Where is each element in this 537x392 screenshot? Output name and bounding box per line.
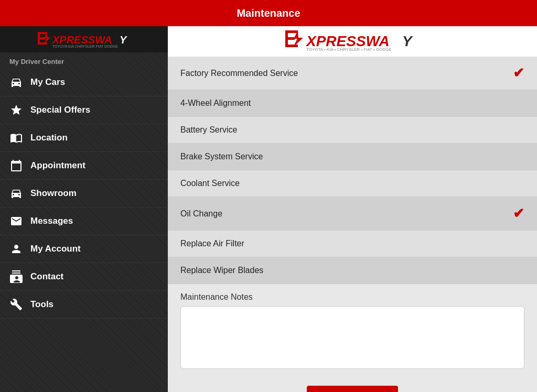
calendar-icon xyxy=(9,159,23,172)
svg-rect-11 xyxy=(285,45,298,47)
page-header: Maintenance xyxy=(0,0,537,26)
sidebar-logo-bar: XPRESSWA Y TOYOTA KIA CHRYSLER FIAT DODG… xyxy=(0,26,168,52)
tools-icon xyxy=(9,298,23,311)
continue-button[interactable]: Continue xyxy=(307,386,398,392)
maintenance-item-label: Battery Service xyxy=(180,125,237,135)
sidebar-item-messages-label: Messages xyxy=(30,216,73,226)
maintenance-item-label: Factory Recommended Service xyxy=(180,69,298,78)
sidebar-item-tools-label: Tools xyxy=(30,299,53,310)
sidebar-item-location-label: Location xyxy=(30,133,68,143)
checkmark-icon: ✔ xyxy=(513,205,524,222)
continue-section: Continue xyxy=(168,379,537,392)
sidebar-item-messages[interactable]: Messages xyxy=(0,208,168,235)
sidebar-item-showroom-label: Showroom xyxy=(30,188,77,199)
maintenance-item-label: Replace Wiper Blades xyxy=(180,266,263,275)
svg-rect-10 xyxy=(285,37,295,40)
person-icon xyxy=(9,242,23,256)
maintenance-item-4[interactable]: Coolant Service xyxy=(168,170,537,197)
maintenance-item-0[interactable]: Factory Recommended Service✔ xyxy=(168,57,537,90)
maintenance-item-label: 4-Wheel Alignment xyxy=(180,99,251,108)
sidebar-item-my-cars-label: My Cars xyxy=(30,77,65,88)
sidebar-item-appointment[interactable]: Appointment xyxy=(0,152,168,180)
sidebar: XPRESSWA Y TOYOTA KIA CHRYSLER FIAT DODG… xyxy=(0,26,168,392)
star-icon xyxy=(9,103,23,117)
sidebar-item-contact[interactable]: Contact xyxy=(0,263,168,291)
svg-rect-9 xyxy=(285,30,298,33)
sidebar-item-my-account-label: My Account xyxy=(30,244,81,254)
maintenance-item-1[interactable]: 4-Wheel Alignment xyxy=(168,90,537,117)
sidebar-item-tools[interactable]: Tools xyxy=(0,291,168,319)
book-icon xyxy=(9,131,23,145)
checkmark-icon: ✔ xyxy=(513,65,524,81)
expressway-logo-svg: XPRESSWA Y TOYOTA KIA CHRYSLER FIAT DODG… xyxy=(37,29,131,48)
sidebar-logo: XPRESSWA Y TOYOTA KIA CHRYSLER FIAT DODG… xyxy=(37,29,131,50)
svg-rect-2 xyxy=(38,37,45,39)
sidebar-item-contact-label: Contact xyxy=(30,271,63,282)
notes-textarea[interactable] xyxy=(180,306,524,369)
sidebar-item-showroom[interactable]: Showroom xyxy=(0,180,168,208)
maintenance-item-label: Replace Air Filter xyxy=(180,239,244,248)
sidebar-navigation: My Cars Special Offers Location Appointm… xyxy=(0,69,168,319)
svg-text:Y: Y xyxy=(402,33,413,49)
maintenance-item-label: Oil Change xyxy=(180,209,222,219)
header-title: Maintenance xyxy=(237,7,300,19)
notes-label: Maintenance Notes xyxy=(180,292,524,302)
content-logo-svg: XPRESSWA Y TOYOTA • KIA • CHRYSLER • FIA… xyxy=(284,26,421,51)
maintenance-item-label: Brake System Service xyxy=(180,152,263,161)
maintenance-item-7[interactable]: Replace Wiper Blades xyxy=(168,257,537,284)
main-content: XPRESSWA Y TOYOTA • KIA • CHRYSLER • FIA… xyxy=(168,26,537,392)
notes-section: Maintenance Notes xyxy=(168,284,537,379)
svg-rect-3 xyxy=(38,42,47,45)
sidebar-item-special-offers[interactable]: Special Offers xyxy=(0,96,168,124)
sidebar-item-my-account[interactable]: My Account xyxy=(0,235,168,263)
svg-text:XPRESSWA: XPRESSWA xyxy=(52,34,112,46)
maintenance-item-3[interactable]: Brake System Service xyxy=(168,144,537,170)
svg-text:Y: Y xyxy=(120,34,127,46)
main-layout: XPRESSWA Y TOYOTA KIA CHRYSLER FIAT DODG… xyxy=(0,26,537,392)
maintenance-item-5[interactable]: Oil Change✔ xyxy=(168,197,537,231)
showroom-icon xyxy=(9,187,23,200)
maintenance-list: Factory Recommended Service✔4-Wheel Alig… xyxy=(168,57,537,284)
maintenance-item-6[interactable]: Replace Air Filter xyxy=(168,231,537,257)
svg-text:TOYOTA  KIA  CHRYSLER  FIAT  D: TOYOTA KIA CHRYSLER FIAT DODGE xyxy=(52,45,118,48)
sidebar-section-label: My Driver Center xyxy=(0,52,168,69)
car-icon xyxy=(9,75,23,89)
sidebar-item-my-cars[interactable]: My Cars xyxy=(0,69,168,96)
sidebar-item-location[interactable]: Location xyxy=(0,124,168,152)
maintenance-item-2[interactable]: Battery Service xyxy=(168,117,537,144)
sidebar-item-special-offers-label: Special Offers xyxy=(30,105,90,115)
svg-rect-1 xyxy=(38,32,47,34)
contact-icon xyxy=(9,270,23,284)
svg-text:TOYOTA  •  KIA  •  CHRYSLER  •: TOYOTA • KIA • CHRYSLER • FIAT • DODGE xyxy=(306,47,392,51)
maintenance-item-label: Coolant Service xyxy=(180,179,240,188)
envelope-icon xyxy=(9,214,23,228)
content-logo-container: XPRESSWA Y TOYOTA • KIA • CHRYSLER • FIA… xyxy=(168,26,537,57)
sidebar-item-appointment-label: Appointment xyxy=(30,160,85,171)
